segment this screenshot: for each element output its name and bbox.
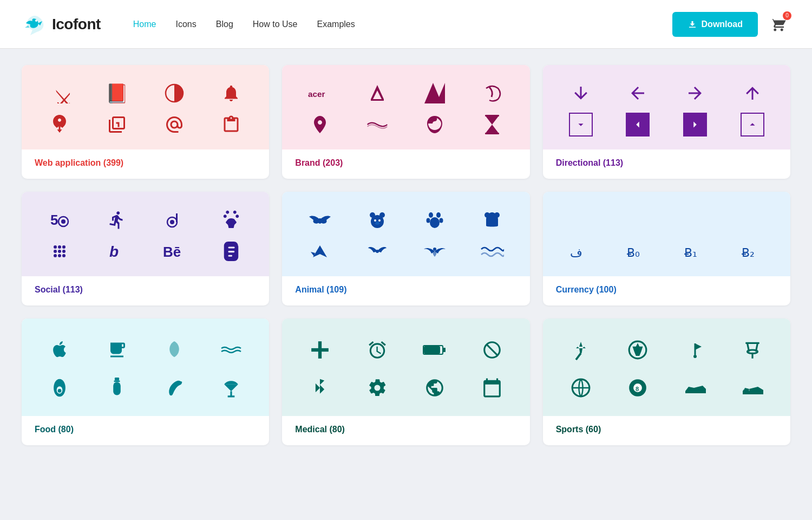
download-button[interactable]: Download: [672, 12, 758, 37]
card-currency-icons: ف٥ ف١ ف٢ ف٣: [543, 192, 790, 276]
svg-marker-4: [371, 85, 384, 99]
svg-text:5: 5: [50, 212, 58, 228]
svg-text:ف٢: ف٢: [683, 214, 684, 228]
card-social[interactable]: 5: [22, 192, 269, 306]
svg-point-39: [439, 218, 443, 223]
icon-badminton: [569, 338, 593, 362]
nav-icons[interactable]: Icons: [176, 20, 197, 29]
card-sport-icons: 8: [543, 318, 790, 416]
svg-point-35: [375, 222, 379, 225]
icon-500px: 5: [48, 208, 71, 232]
card-brand[interactable]: acer: [282, 65, 529, 179]
card-animal[interactable]: Animal (109): [282, 192, 529, 306]
card-currency[interactable]: ف٥ ف١ ف٢ ف٣: [543, 192, 790, 306]
card-social-icons: 5: [22, 192, 269, 276]
icon-basketball: [569, 376, 593, 400]
svg-point-16: [170, 220, 174, 224]
icon-currency1: ف٥: [569, 208, 593, 232]
card-social-label: Social (113): [22, 276, 269, 306]
svg-rect-5: [371, 99, 384, 101]
svg-rect-64: [424, 347, 440, 353]
icon-calendar: [480, 376, 504, 400]
icon-globe: [423, 376, 447, 400]
icon-blackberry: [48, 239, 71, 263]
card-sport[interactable]: 8 Sports (60): [543, 318, 790, 445]
svg-line-65: [576, 353, 581, 360]
svg-point-25: [58, 254, 61, 257]
icon-brand4: [480, 81, 504, 105]
icon-8ball: 8: [626, 376, 650, 400]
svg-rect-56: [114, 380, 120, 382]
svg-text:Bē: Bē: [163, 244, 181, 260]
card-directional-label: Directional (113): [543, 150, 790, 179]
icon-vodafone: [423, 113, 447, 136]
svg-point-29: [318, 218, 322, 224]
svg-text:ف١: ف١: [626, 214, 627, 228]
icon-bluetooth: [308, 376, 332, 400]
card-brand-label: Brand (203): [282, 150, 529, 179]
icon-baby-bottle: [105, 376, 129, 400]
svg-point-44: [433, 248, 436, 251]
card-sport-label: Sports (60): [543, 416, 790, 445]
header-actions: Download 0: [672, 12, 790, 37]
svg-text:b: b: [109, 243, 119, 260]
icon-eagle: [308, 239, 332, 263]
icon-avocado: [48, 376, 71, 400]
card-web-application[interactable]: ⚔ 📕: [22, 65, 269, 179]
svg-marker-8: [485, 115, 499, 125]
nav-how-to-use[interactable]: How to Use: [253, 20, 298, 29]
icon-arrow-up: [741, 81, 764, 105]
svg-rect-61: [311, 348, 329, 352]
svg-text:ف٣: ف٣: [741, 214, 742, 228]
icon-bell: [219, 81, 243, 105]
logo[interactable]: Icofont: [22, 11, 101, 37]
svg-point-36: [429, 212, 433, 218]
nav-blog[interactable]: Blog: [216, 20, 233, 29]
main-content: ⚔ 📕: [0, 49, 812, 461]
main-nav: Home Icons Blog How to Use Examples: [133, 20, 672, 29]
icon-shoe1: [683, 376, 707, 400]
icon-clipboard: [219, 113, 243, 136]
icon-cancel: [480, 338, 504, 362]
card-directional[interactable]: Directional (113): [543, 65, 790, 179]
icon-artichoke: [162, 338, 186, 362]
svg-rect-55: [115, 378, 119, 380]
icon-bear2: [480, 208, 504, 232]
icon-currency4: ف٣: [741, 208, 764, 232]
icon-bear: [365, 208, 389, 232]
icon-box: [105, 113, 129, 136]
card-medical[interactable]: Medical (80): [282, 318, 529, 445]
svg-point-40: [430, 217, 440, 228]
icon-bbq: [219, 376, 243, 400]
icon-waves: [480, 239, 504, 263]
icon-battery: [423, 338, 447, 362]
icon-half-circle: [162, 81, 186, 105]
svg-point-0: [35, 20, 37, 22]
svg-marker-7: [436, 83, 445, 103]
icon-anchor: [48, 113, 71, 136]
header: Icofont Home Icons Blog How to Use Examp…: [0, 0, 812, 49]
nav-home[interactable]: Home: [133, 20, 156, 29]
icon-acer: acer: [308, 81, 332, 105]
icon-beats: [162, 208, 186, 232]
svg-point-24: [54, 254, 57, 257]
icon-bird-wings: [423, 239, 447, 263]
svg-marker-69: [695, 343, 702, 350]
icon-apple: [48, 338, 71, 362]
svg-text:8: 8: [636, 386, 639, 392]
card-food[interactable]: Food (80): [22, 318, 269, 445]
cart-button[interactable]: 0: [767, 12, 790, 36]
svg-point-19: [58, 245, 61, 249]
svg-point-21: [54, 250, 57, 253]
card-food-icons: [22, 318, 269, 416]
svg-rect-17: [176, 213, 178, 222]
icon-bitcoin1: Ƀ₀: [626, 239, 650, 263]
icon-hourglass: [480, 113, 504, 136]
icon-alarm: [365, 338, 389, 362]
svg-text:Ƀ₀: Ƀ₀: [627, 246, 640, 259]
icon-shoe2: [741, 376, 764, 400]
svg-point-14: [61, 219, 66, 224]
svg-point-34: [378, 219, 381, 222]
nav-examples[interactable]: Examples: [317, 20, 355, 29]
icon-chevron-right-box-filled: [683, 113, 707, 136]
